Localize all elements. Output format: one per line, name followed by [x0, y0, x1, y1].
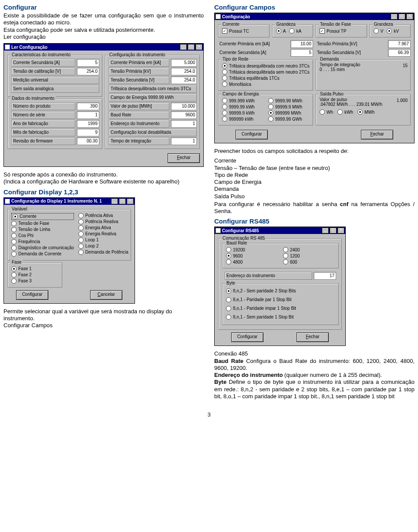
- group-label: Fase: [10, 260, 23, 264]
- radio-option[interactable]: 19200: [226, 247, 279, 252]
- radio-option[interactable]: Energia Reativa: [78, 231, 128, 237]
- radio-option[interactable]: Trifásica equilibrada 1TCs: [222, 75, 310, 81]
- close-icon[interactable]: ×: [337, 227, 344, 234]
- input-readonly: 1999: [77, 120, 99, 128]
- close-icon[interactable]: ×: [196, 44, 202, 50]
- radio-option[interactable]: Demanda de Corrente: [11, 251, 74, 257]
- maximize-icon[interactable]: □: [330, 227, 337, 234]
- field-endereco: Endereço do Instrumento1: [109, 120, 197, 128]
- input-readonly: 10.000: [171, 102, 197, 110]
- radio-option[interactable]: Tensão de Fase: [11, 221, 74, 226]
- input-valor-pulso[interactable]: 1.000: [397, 98, 408, 103]
- radio-option[interactable]: Potência Ativa: [78, 213, 128, 218]
- input[interactable]: 7.967: [388, 40, 411, 48]
- radio-option[interactable]: Trifásica desequilibrada sem neutro 2TCs: [222, 69, 310, 75]
- maximize-icon[interactable]: □: [398, 14, 405, 20]
- radio-option[interactable]: Corrente: [11, 213, 74, 220]
- group-baud-rate: Baud Rate 1920096004800 24001200600: [222, 243, 339, 268]
- win-ler-configuracao: Ler Configuração _ □ × Caracteristicas d…: [3, 43, 204, 167]
- titlebar[interactable]: Ler Configuração _ □ ×: [4, 44, 203, 51]
- radio-option[interactable]: 8,e,1 - Paridade par 1 Stop Bit: [226, 296, 336, 304]
- radio-option[interactable]: Fase 3: [11, 278, 59, 284]
- radio-option[interactable]: Demanda de Potência: [78, 250, 128, 255]
- configurar-button[interactable]: Configurar: [231, 332, 263, 342]
- radio-option[interactable]: Cos Phi: [11, 233, 74, 238]
- heading-configurar-rs485: Configurar RS485: [214, 217, 415, 225]
- radio-option[interactable]: 9999.99 kWh: [222, 104, 264, 109]
- input[interactable]: 10.00: [290, 40, 313, 48]
- heading-configurar: Configurar: [3, 3, 204, 11]
- checkbox-possui-tc[interactable]: Possui TC: [222, 28, 266, 34]
- minimize-icon[interactable]: _: [111, 198, 118, 204]
- radio-option[interactable]: Energia Ativa: [78, 225, 128, 230]
- close-icon[interactable]: ×: [127, 198, 134, 204]
- input-readonly: 5.000: [171, 59, 197, 67]
- radio-tipo-rede: Trifásica desequilibrada com neutro 3TCs…: [222, 63, 310, 87]
- radio-option[interactable]: 99999.9 MWh: [268, 104, 310, 109]
- after-campos-lead: Preencher todos os campos solicitados a …: [214, 148, 415, 155]
- radio-option[interactable]: 999.999 kWh: [222, 98, 264, 103]
- fechar-button[interactable]: Fechar: [361, 130, 393, 139]
- input[interactable]: 66.39: [388, 49, 411, 57]
- group-fase: Fase Fase 1Fase 2Fase 3: [7, 262, 62, 288]
- cancelar-button[interactable]: Cancelar: [90, 290, 122, 300]
- input-tempo-integracao[interactable]: 15: [403, 63, 408, 68]
- radio-option[interactable]: Trifásica desequilibrada com neutro 3TCs: [222, 63, 310, 68]
- radio-option[interactable]: Wh: [320, 109, 333, 115]
- radio-option[interactable]: MWh: [357, 109, 374, 115]
- fechar-button[interactable]: Fechar: [168, 153, 200, 163]
- titlebar[interactable]: Configuração _ □ ×: [215, 13, 414, 20]
- radio-option[interactable]: 9999.99 MWh: [268, 98, 310, 103]
- radio-option[interactable]: 2400: [283, 247, 336, 252]
- radio-option[interactable]: 8,n,2 - Sem paridade 2 Stop Bits: [226, 287, 336, 295]
- radio-option[interactable]: Potência Reativa: [78, 219, 128, 224]
- field-mes-fabricacao: Mês de fabricação9: [11, 129, 99, 136]
- close-icon[interactable]: ×: [406, 14, 413, 20]
- configurar-button[interactable]: Configurar: [16, 290, 48, 300]
- radio-option[interactable]: 8,o,1 - Paridade impar 1 Stop Bit: [226, 305, 336, 312]
- radio-option[interactable]: Fase 2: [11, 272, 59, 278]
- radio-option[interactable]: 999999 MWh: [268, 110, 310, 115]
- radio-option[interactable]: Monofásica: [222, 81, 310, 87]
- titlebar[interactable]: Configuração do Display 1 Instrumento N.…: [4, 198, 135, 205]
- fechar-button[interactable]: Fechar: [297, 332, 329, 342]
- field-ano-fabricacao: Ano de fabricação1999: [11, 120, 99, 128]
- radio-option[interactable]: 99999.9 kWh: [222, 110, 264, 115]
- radio-option[interactable]: Frequência: [11, 239, 74, 244]
- field-medicao-universal: Medição universal: [11, 76, 99, 84]
- radio-option[interactable]: A: [276, 28, 286, 34]
- radio-option[interactable]: kA: [289, 28, 301, 34]
- radio-option[interactable]: 9600: [226, 253, 279, 258]
- radio-option[interactable]: 8,n,1 - Sem paridade 1 Stop Bit: [226, 313, 336, 321]
- input-endereco[interactable]: 17: [314, 272, 336, 280]
- radio-option[interactable]: Loop 1: [78, 237, 128, 243]
- titlebar[interactable]: Configurar RS485 _ □ ×: [215, 227, 345, 234]
- radio-option[interactable]: 4800: [226, 259, 279, 264]
- maximize-icon[interactable]: □: [119, 198, 126, 204]
- radio-option[interactable]: Tensão de Linha: [11, 227, 74, 232]
- radio-option[interactable]: V: [374, 28, 384, 34]
- checkbox-possui-tp[interactable]: Possui TP: [320, 28, 364, 34]
- radio-option[interactable]: Diagnóstico de comunicação: [11, 245, 74, 251]
- group-caracteristicas: Caracteristicas do instrumento Corrente …: [7, 55, 102, 97]
- field-corrente-primaria: Corrente Primária em [kA]10.00: [218, 40, 313, 48]
- group-variavel: Variável CorrenteTensão de FaseTensão de…: [7, 209, 131, 261]
- minimize-icon[interactable]: _: [391, 14, 398, 20]
- radio-option[interactable]: kWh: [337, 109, 353, 115]
- radio-option[interactable]: 1200: [283, 253, 336, 258]
- minimize-icon[interactable]: _: [322, 227, 329, 234]
- maximize-icon[interactable]: □: [188, 44, 195, 50]
- radio-option[interactable]: Fase 1: [11, 266, 59, 271]
- window-title: Configurar RS485: [222, 228, 321, 233]
- radio-option[interactable]: Loop 2: [78, 244, 128, 249]
- configurar-button[interactable]: Configurar: [236, 130, 268, 139]
- radio-option[interactable]: 999999 kWh: [222, 116, 264, 122]
- radio-option[interactable]: 9999.99 GWh: [268, 116, 310, 122]
- radio-option[interactable]: kV: [387, 28, 399, 34]
- radio-option[interactable]: 600: [283, 259, 336, 264]
- radio-row: VkV: [374, 27, 408, 34]
- sp-range: .047802 MW/h . . . 239.01 MW/h: [320, 102, 394, 107]
- input[interactable]: 5: [290, 49, 313, 57]
- after-ler-text: Só responde após a conexão do instrument…: [3, 171, 204, 186]
- minimize-icon[interactable]: _: [180, 44, 187, 50]
